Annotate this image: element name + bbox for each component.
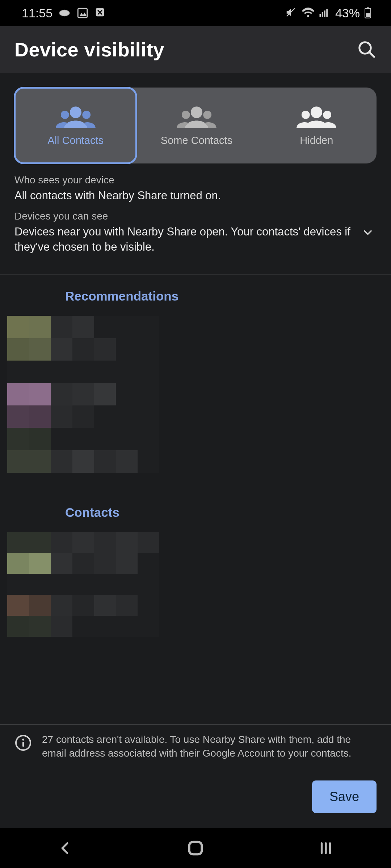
recents-icon: [318, 840, 334, 856]
home-square-icon: [186, 839, 205, 858]
status-bar: 11:55 43%: [0, 0, 391, 26]
svg-point-25: [22, 739, 24, 741]
who-sees-body: All contacts with Nearby Share turned on…: [14, 188, 377, 203]
who-sees-title: Who sees your device: [14, 174, 377, 186]
segment-all-contacts[interactable]: All Contacts: [14, 87, 137, 164]
nav-home-button[interactable]: [184, 837, 207, 860]
svg-rect-8: [324, 10, 325, 17]
svg-point-21: [311, 106, 322, 118]
svg-rect-27: [189, 842, 202, 855]
segment-hidden[interactable]: Hidden: [257, 88, 377, 163]
battery-percent: 43%: [335, 6, 360, 20]
devices-you-can-see-row[interactable]: Devices you can see Devices near you wit…: [0, 203, 391, 265]
svg-point-20: [203, 111, 211, 119]
segment-label: Some Contacts: [161, 135, 232, 146]
svg-line-14: [369, 52, 374, 57]
devices-see-title: Devices you can see: [14, 210, 352, 222]
svg-rect-7: [322, 12, 323, 17]
group-icon: [297, 105, 336, 128]
notification-lens-icon: [58, 7, 71, 19]
svg-point-16: [61, 111, 69, 119]
segment-some-contacts[interactable]: Some Contacts: [136, 88, 256, 163]
who-sees-section: Who sees your device All contacts with N…: [0, 163, 391, 203]
svg-rect-12: [366, 13, 370, 17]
svg-point-22: [302, 111, 310, 119]
section-recommendations-title: Recommendations: [0, 275, 391, 316]
footer-info-text: 27 contacts aren't available. To use Nea…: [42, 733, 377, 760]
search-icon: [357, 40, 377, 59]
svg-rect-2: [78, 8, 87, 18]
mute-icon: [285, 7, 298, 19]
contacts-list-redacted: [7, 532, 391, 637]
chevron-down-icon: [361, 226, 374, 239]
svg-point-15: [70, 106, 81, 118]
notification-image-icon: [76, 7, 89, 19]
svg-point-19: [182, 111, 190, 119]
devices-see-body: Devices near you with Nearby Share open.…: [14, 224, 352, 255]
svg-rect-9: [326, 9, 328, 17]
svg-rect-6: [319, 14, 321, 17]
expand-button[interactable]: [359, 224, 377, 241]
nav-recents-button[interactable]: [314, 837, 337, 860]
nav-back-button[interactable]: [54, 837, 77, 860]
svg-point-18: [191, 106, 202, 118]
battery-icon: [364, 7, 377, 19]
svg-point-17: [82, 111, 91, 119]
wifi-icon: [302, 7, 314, 19]
svg-rect-26: [22, 742, 24, 747]
footer: 27 contacts aren't available. To use Nea…: [0, 725, 391, 828]
page-title: Device visibility: [14, 38, 164, 61]
group-icon: [177, 105, 216, 128]
save-button[interactable]: Save: [312, 780, 377, 813]
svg-rect-11: [367, 7, 369, 8]
svg-marker-3: [80, 13, 87, 16]
app-bar: Device visibility: [0, 26, 391, 73]
segment-label: All Contacts: [47, 135, 104, 146]
svg-point-23: [323, 111, 332, 119]
group-icon: [56, 105, 96, 128]
signal-icon: [319, 7, 331, 19]
visibility-selector: All Contacts Some Contacts: [14, 88, 377, 163]
notification-close-icon: [94, 7, 107, 19]
chevron-left-icon: [57, 840, 73, 856]
segment-label: Hidden: [300, 135, 333, 146]
recommendations-list-redacted: [7, 316, 391, 473]
search-button[interactable]: [357, 40, 377, 59]
status-time: 11:55: [22, 6, 52, 20]
info-icon: [14, 734, 32, 752]
section-contacts-title: Contacts: [0, 473, 391, 532]
system-nav-bar: [0, 828, 391, 868]
